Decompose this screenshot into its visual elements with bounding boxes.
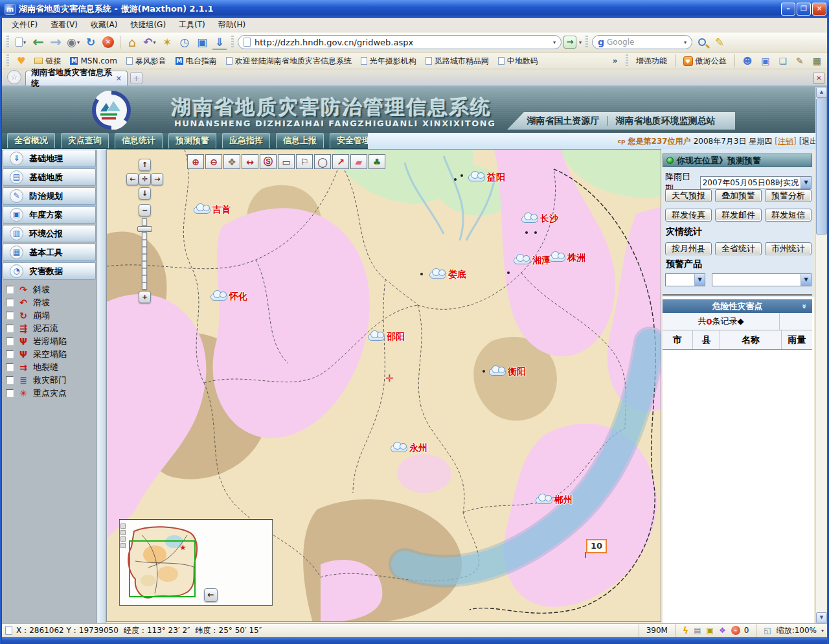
download-button[interactable]: ⇓ (212, 34, 227, 50)
rain-date-select[interactable]: 2007年05月05日08时实况 ▼ (700, 176, 812, 189)
zoom-control[interactable]: 缩放:100%▾ (777, 625, 824, 636)
tab-active[interactable]: 湖南省地质灾害信息系统 ✕ (25, 71, 128, 86)
history-dropdown-button[interactable]: ◉▾ (65, 34, 81, 50)
city-marker[interactable]: 湘潭 (514, 255, 551, 266)
org-link-1[interactable]: 湖南省国土资源厅 (527, 115, 600, 127)
page-scrollbar[interactable]: ▲ ▼ (815, 87, 826, 623)
layer-checkbox[interactable] (6, 376, 14, 384)
menu-item[interactable]: 查看(V) (45, 18, 84, 32)
city-marker[interactable]: 株洲 (549, 252, 585, 264)
city-marker[interactable]: 郴州 (536, 494, 573, 506)
city-marker[interactable]: 永州 (391, 443, 427, 454)
rainfall-flag-marker[interactable]: 10 (586, 539, 607, 553)
panel-button[interactable]: 叠加预警 (715, 189, 762, 202)
panel-button[interactable]: 市州统计 (765, 242, 812, 255)
address-bar[interactable]: http://dzzh.hndh.gov.cn/gridweb.aspx ▾ (238, 35, 562, 49)
nav-tab[interactable]: 预测预警 (168, 133, 216, 149)
home-button[interactable]: ⌂ (124, 34, 140, 50)
url-text[interactable]: http://dzzh.hndh.gov.cn/gridweb.aspx (255, 38, 549, 47)
layer-checkbox[interactable] (6, 351, 14, 358)
pan-center-button[interactable]: ✛ (139, 173, 151, 185)
resize-icon[interactable]: ◱ (764, 626, 771, 635)
notes-icon[interactable]: ❖ (719, 626, 726, 635)
new-tab-button[interactable]: + (130, 72, 142, 84)
scroll-up-button[interactable]: ▲ (816, 87, 827, 98)
history-clock-button[interactable]: ◷ (177, 34, 192, 50)
tab-list-star-button[interactable]: ☆ (7, 70, 21, 84)
sidebar-section[interactable]: ◔ 灾害数据 (3, 262, 96, 280)
menu-item[interactable]: 快捷组(G) (124, 18, 172, 32)
nav-tab[interactable]: 灾点查询 (61, 133, 109, 149)
bookmark-item[interactable]: 欢迎登陆湖南省地质灾害信息系统 (223, 54, 355, 68)
url-dropdown-icon[interactable]: ▾ (553, 40, 556, 45)
search-button[interactable] (694, 34, 710, 50)
search-box[interactable]: g Google ▾ (592, 35, 692, 49)
sidebar-section[interactable]: ▤ 基础地质 (3, 168, 96, 186)
danger-points-header[interactable]: 危险性灾害点 » (663, 299, 812, 313)
menu-item[interactable]: 收藏(A) (85, 18, 124, 32)
back-button[interactable]: ← (30, 34, 46, 50)
panel-button[interactable]: 按月州县 (665, 242, 712, 255)
bookmark-item[interactable]: 电台指南 (172, 54, 220, 68)
collapse-chevron-icon[interactable]: » (800, 304, 809, 309)
boost-icon[interactable]: ϟ (683, 625, 688, 636)
magic-fill-button[interactable]: ✶ (159, 34, 175, 50)
sidebar-section[interactable]: ▦ 基本工具 (3, 244, 96, 261)
layer-checkbox[interactable] (6, 389, 14, 397)
nav-tab[interactable]: 应急指挥 (222, 133, 270, 149)
notes-button[interactable]: ❏ (775, 54, 790, 67)
search-dropdown-icon[interactable]: ▾ (684, 40, 687, 45)
minimize-button[interactable]: – (781, 3, 795, 16)
city-marker[interactable]: 怀化 (210, 291, 247, 303)
pan-down-button[interactable]: ↓ (139, 187, 151, 200)
tabbar-close-button[interactable]: ✕ (813, 73, 824, 84)
tab-close-icon[interactable]: ✕ (116, 75, 122, 83)
new-window-icon[interactable]: ▣ (707, 626, 714, 635)
layer-checkbox[interactable] (6, 325, 14, 332)
favorites-button[interactable]: ♥ (14, 54, 28, 68)
nav-tab[interactable]: 信息上报 (276, 133, 324, 149)
map-tool-button[interactable]: ✥ (223, 154, 240, 169)
search-placeholder[interactable]: Google (607, 38, 681, 47)
minimap-collapse-button[interactable]: ← (204, 588, 218, 602)
bookmark-item[interactable]: 链接 (31, 54, 64, 68)
bookmark-item[interactable]: 中地数码 (495, 54, 541, 68)
sidebar-splitter[interactable] (98, 150, 106, 623)
pan-left-button[interactable]: ← (126, 173, 139, 185)
map-tool-button[interactable]: Ⓢ (260, 154, 277, 169)
sidebar-section[interactable]: ✎ 防治规划 (3, 187, 96, 205)
sidebar-section[interactable]: ▣ 年度方案 (3, 206, 96, 224)
logout-link[interactable]: [注销] (775, 136, 796, 147)
panel-button[interactable]: 群发传真 (665, 209, 712, 222)
panel-button[interactable]: 天气预报 (665, 189, 712, 202)
stop-button[interactable]: ✕ (100, 34, 116, 50)
map-tool-button[interactable]: ↗ (332, 154, 349, 169)
map-tool-button[interactable]: ⚐ (296, 154, 313, 169)
panel-button[interactable]: 预警分析 (765, 189, 812, 202)
map-tool-button[interactable]: ⊖ (205, 154, 222, 169)
bookmark-item[interactable]: MSN.com (67, 55, 120, 67)
skin-button[interactable]: ▩ (810, 54, 824, 67)
menu-item[interactable]: 工具(T) (173, 18, 211, 32)
city-marker[interactable]: 衡阳 (489, 366, 526, 378)
zoom-slider-handle[interactable] (137, 226, 152, 232)
panel-button[interactable]: 群发邮件 (715, 209, 762, 222)
window-manager-button[interactable]: ▣ (194, 34, 210, 50)
map-tool-button[interactable]: ↔ (242, 154, 258, 169)
pan-up-button[interactable]: ↑ (139, 159, 151, 171)
bookmark-item[interactable]: 暴风影音 (123, 54, 170, 68)
zoom-plus-button[interactable]: + (139, 291, 151, 303)
bookmarks-overflow-button[interactable]: » (609, 55, 621, 67)
sidebar-section[interactable]: ▥ 环境公报 (3, 225, 96, 242)
window-tool-button[interactable]: ▣ (758, 54, 773, 67)
charity-button[interactable]: ♥傲游公益 (680, 54, 730, 68)
zoom-minus-button[interactable]: − (139, 204, 151, 216)
panel-button[interactable]: 群发短信 (765, 209, 812, 222)
layer-checkbox[interactable] (6, 312, 14, 319)
layer-checkbox[interactable] (6, 363, 14, 371)
brush-button[interactable]: ✎ (793, 54, 807, 67)
bookmark-item[interactable]: 觅路城市精品网 (422, 54, 492, 68)
refresh-button[interactable]: ↻ (83, 34, 98, 50)
city-marker[interactable]: 长沙 (521, 213, 558, 225)
forward-button[interactable]: → (48, 34, 63, 50)
